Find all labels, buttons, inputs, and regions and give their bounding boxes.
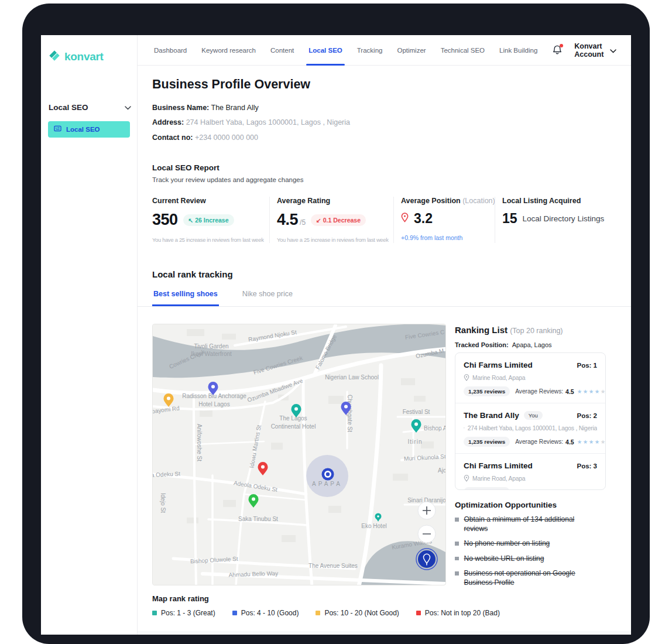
stat-caption: You have a 25 increase in reviews from l… [277,237,389,243]
optimization-list: Obtain a minimum of 134 additional revie… [455,515,600,594]
square-bullet-icon [455,542,459,546]
stat-suffix: /5 [300,218,306,229]
stat-label: Average Position (Location) [401,197,490,205]
legend-swatch [152,611,157,615]
chevron-down-icon [125,102,131,112]
map-label: The Lagos [279,415,307,422]
map-legend: Pos: 1 - 3 (Great) Pos: 4 - 10 (Good) Po… [152,609,500,617]
reviews-pill: 1,235 reviews [464,437,510,447]
entry-name: The Brand Ally [464,411,519,420]
business-address-row: Address: 274 Halbert Yaba, Lagos 1000001… [152,118,350,126]
business-address-value: 274 Halbert Yaba, Lagos 1000001, Lagos ,… [186,118,350,126]
pin-outline-icon [464,475,469,482]
avg-reviews-value: 4.5 [565,388,574,395]
you-badge: You [524,411,543,420]
business-contact-label: Contact no: [152,133,193,142]
nav-item-link-building[interactable]: Link Building [499,35,537,65]
map-label: Festival St [403,409,430,415]
pin-outline-icon [464,424,465,431]
reviews-pill: 1,235 reviews [464,487,510,490]
sidebar-section-header[interactable]: Local SEO [49,102,131,112]
map-label: Itirin [408,439,423,445]
map-label: The Avenue Suites [308,563,358,569]
stat-label: Local Listing Acquired [502,197,626,205]
account-label: Konvart Account [574,42,605,59]
sidebar-section-label: Local SEO [49,103,88,112]
square-bullet-icon [455,518,459,522]
page-title: Business Profile Overview [152,77,310,92]
logo[interactable]: konvart [48,49,104,64]
nav-item-technical-seo[interactable]: Technical SEO [441,35,485,65]
stat-label: Average Rating [277,197,389,205]
nav-item-content[interactable]: Content [270,35,294,65]
map-locate-pin-button[interactable] [416,549,437,570]
map-zoom-in-button[interactable] [418,502,436,519]
optimization-title: Optimization Opportunities [455,501,557,509]
map-label: Continental Hotel [271,423,316,430]
map-label: Eko Hotel [361,523,386,529]
stat-local-listings: Local Listing Acquired 15 Local Director… [495,197,631,243]
tab-nike-shoe-price[interactable]: Nike shoe price [241,286,294,306]
apapa-area-highlight: APAPA [306,455,348,497]
stat-current-review: Current Review 350 ↖ 26 Increase You hav… [152,197,269,243]
optimization-item: Business not operational on Google Busin… [455,569,600,587]
avg-reviews-label: Average Reviews: [515,439,563,445]
tracked-position: Tracked Position:Apapa, Lagos [455,341,552,348]
entry-address: Marine Road, Apapa [464,374,597,381]
stat-unit: Local Directory Listings [523,214,605,223]
square-bullet-icon [455,571,459,576]
map-label: Saka Tinubu St [238,516,278,522]
legend-item-not-good: Pos: 10 - 20 (Not Good) [316,609,399,617]
ranking-list-title: Ranking List (Top 20 ranking) [455,325,563,335]
map-label: Idejo St [160,493,166,513]
footer-divider [138,632,631,632]
nav-item-keyword-research[interactable]: Keyword research [201,35,256,65]
optimization-item: Obtain a minimum of 134 additional revie… [455,515,600,533]
stat-value: 3.2 [414,211,433,227]
map-zoom-out-button[interactable] [418,525,436,543]
notification-bell-icon[interactable] [552,44,563,56]
nav-item-tracking[interactable]: Tracking [357,35,383,65]
business-contact-row: Contact no: +234 0000 000 000 [152,133,258,142]
listing-card-icon [54,124,61,135]
map-label: Bishop A [424,425,446,431]
tab-best-selling-shoes[interactable]: Best selling shoes [152,286,219,306]
nav-item-dashboard[interactable]: Dashboard [154,35,187,65]
star-rating: ★★★★★ [577,388,606,395]
stat-value: 15 [502,211,517,227]
notification-dot [560,44,563,47]
map-label: Ajo [438,467,446,474]
business-address-label: Address: [152,118,184,126]
nav-item-local-seo[interactable]: Local SEO [308,35,342,65]
stat-average-position: Average Position (Location) 3.2 +0.9% fr… [393,197,495,243]
star-rating: ★★★★★ [577,439,606,445]
ranking-card: Chi Farms Limited Pos: 1 Marine Road, Ap… [455,352,606,490]
legend-swatch [416,611,421,615]
map-label: Radisson Blu Anchorage [182,393,246,399]
stats-row: Current Review 350 ↖ 26 Increase You hav… [152,197,631,243]
stat-caption: You have a 25 increase in reviews from l… [152,237,265,243]
increase-badge: ↖ 26 Increase [183,214,234,226]
report-subtitle: Track your review updates and aggregate … [152,176,303,183]
legend-item-good: Pos: 4 - 10 (Good) [232,609,299,617]
legend-item-great: Pos: 1 - 3 (Great) [152,609,215,617]
business-name-row: Business Name: The Brand Ally [152,104,259,112]
map-canvas[interactable]: Tivoli Garden Ikoyi Waterfront Cowries C… [153,324,446,585]
entry-position: Pos: 1 [577,362,597,369]
ranking-entry-3[interactable]: Chi Farms Limited Pos: 3 Marine Road, Ap… [455,454,605,490]
sidebar-item-local-seo[interactable]: Local SEO [48,121,130,138]
entry-name: Chi Farms Limited [464,361,533,369]
entry-name: Chi Farms Limited [464,461,533,470]
business-name-label: Business Name: [152,104,209,112]
report-title: Local SEO Report [152,163,220,172]
stat-average-rating: Average Rating 4.5 /5 ↙ 0.1 Decrease You… [269,197,393,243]
nav-item-optimizer[interactable]: Optimizer [397,35,426,65]
ranking-entry-2[interactable]: The Brand Ally You Pos: 2 274 Halbert Ya… [455,403,605,454]
map-label-apapa: APAPA [312,481,342,487]
business-name-value: The Brand Ally [211,104,259,112]
stat-value: 350 [152,211,178,229]
account-menu[interactable]: Konvart Account [574,42,616,59]
map-legend-title: Map rank rating [152,594,209,603]
legend-swatch [316,611,320,615]
ranking-entry-1[interactable]: Chi Farms Limited Pos: 1 Marine Road, Ap… [455,353,605,403]
